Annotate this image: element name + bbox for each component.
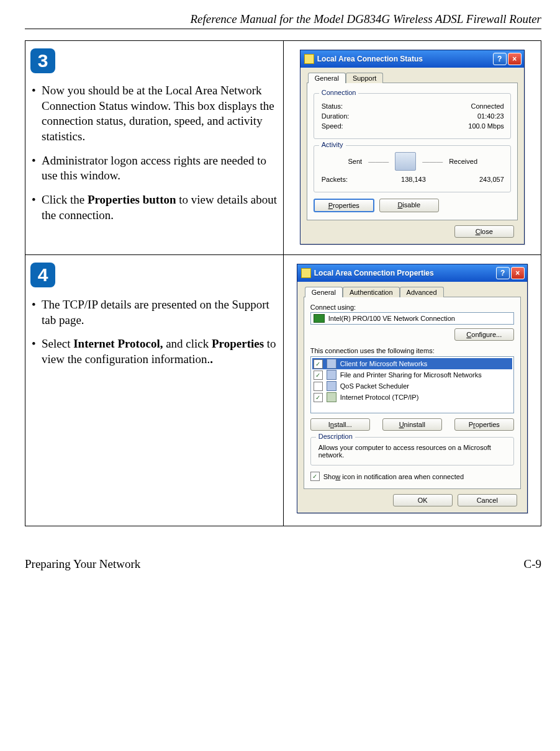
help-icon[interactable]: ?: [496, 267, 510, 279]
description-text: Allows your computer to access resources…: [318, 444, 507, 459]
tab-authentication[interactable]: Authentication: [343, 287, 400, 297]
list-item[interactable]: ✓ Client for Microsoft Networks: [312, 358, 512, 369]
cancel-button[interactable]: Cancel: [458, 494, 517, 506]
packets-label: Packets:: [322, 176, 348, 183]
step3-bullet-1: Now you should be at the Local Area Netw…: [30, 83, 278, 145]
list-item[interactable]: ✓ File and Printer Sharing for Microsoft…: [312, 369, 512, 380]
description-group: Description Allows your computer to acce…: [310, 437, 514, 465]
list-item-label: File and Printer Sharing for Microsoft N…: [340, 371, 482, 379]
components-list[interactable]: ✓ Client for Microsoft Networks ✓ File a…: [310, 356, 514, 413]
sent-label: Sent: [348, 158, 363, 165]
step4-screenshot-cell: Local Area Connection Properties ? × Gen…: [283, 255, 541, 526]
show-icon-checkbox[interactable]: ✓: [310, 472, 320, 481]
step3-badge: 3: [30, 48, 55, 73]
packets-received-value: 243,057: [479, 176, 504, 183]
step3-bullet-2: Administrator logon access rights are ne…: [30, 153, 278, 184]
duration-label: Duration:: [322, 112, 350, 120]
tab-general[interactable]: General: [308, 73, 346, 83]
client-icon: [327, 359, 336, 369]
connection-group-label: Connection: [319, 89, 359, 96]
tab-general[interactable]: General: [305, 287, 343, 297]
step3-screenshot-cell: Local Area Connection Status ? × General…: [283, 41, 541, 255]
list-item-label: Internet Protocol (TCP/IP): [340, 393, 419, 401]
footer-left: Preparing Your Network: [25, 557, 140, 571]
adapter-field: Intel(R) PRO/100 VE Network Connection: [310, 312, 514, 325]
uninstall-button[interactable]: Uninstall: [382, 418, 442, 431]
duration-value: 01:40:23: [477, 112, 504, 120]
tab-support[interactable]: Support: [346, 73, 384, 83]
activity-group: Activity Sent ——— ——— Received Packets:: [314, 145, 511, 192]
service-icon: [327, 381, 336, 391]
close-button[interactable]: Close: [454, 225, 514, 238]
items-label: This connection uses the following items…: [310, 347, 514, 354]
adapter-name: Intel(R) PRO/100 VE Network Connection: [328, 315, 455, 322]
properties-button[interactable]: Properties: [314, 199, 374, 212]
activity-icon: [395, 152, 416, 171]
checkbox-icon[interactable]: ✓: [314, 393, 323, 402]
speed-value: 100.0 Mbps: [468, 122, 504, 130]
description-group-label: Description: [316, 433, 355, 440]
properties-window: Local Area Connection Properties ? × Gen…: [297, 264, 528, 513]
step4-badge: 4: [30, 263, 55, 287]
help-icon[interactable]: ?: [493, 53, 507, 65]
status-value: Connected: [471, 102, 504, 110]
received-label: Received: [449, 158, 477, 165]
close-icon[interactable]: ×: [511, 267, 525, 279]
page-header: Reference Manual for the Model DG834G Wi…: [25, 12, 541, 26]
step4-bullet-1: The TCP/IP details are presented on the …: [30, 297, 278, 328]
status-titlebar[interactable]: Local Area Connection Status ? ×: [300, 50, 524, 68]
list-item[interactable]: QoS Packet Scheduler: [312, 380, 512, 392]
disable-button[interactable]: Disable: [379, 199, 439, 212]
connection-group: Connection Status:Connected Duration:01:…: [314, 93, 511, 139]
ok-button[interactable]: OK: [393, 494, 453, 506]
step3-text-cell: 3 Now you should be at the Local Area Ne…: [25, 41, 284, 255]
network-icon: [301, 268, 311, 278]
status-window: Local Area Connection Status ? × General…: [300, 50, 525, 245]
connect-using-label: Connect using:: [310, 304, 514, 311]
header-rule: [25, 29, 541, 29]
list-item-label: Client for Microsoft Networks: [340, 360, 428, 367]
install-button[interactable]: Install...: [310, 418, 370, 431]
tab-advanced[interactable]: Advanced: [400, 287, 444, 297]
checkbox-icon[interactable]: ✓: [314, 371, 323, 380]
status-label: Status:: [322, 102, 343, 110]
list-item-label: QoS Packet Scheduler: [340, 382, 409, 390]
checkbox-icon[interactable]: [314, 382, 323, 391]
packets-sent-value: 138,143: [348, 176, 479, 183]
item-properties-button[interactable]: Properties: [454, 418, 514, 431]
steps-table: 3 Now you should be at the Local Area Ne…: [25, 40, 541, 526]
service-icon: [327, 370, 336, 380]
list-item[interactable]: ✓ Internet Protocol (TCP/IP): [312, 392, 512, 403]
properties-window-title: Local Area Connection Properties: [314, 269, 496, 277]
step4-text-cell: 4 The TCP/IP details are presented on th…: [25, 255, 284, 526]
status-window-title: Local Area Connection Status: [317, 55, 493, 63]
network-icon: [304, 54, 314, 64]
step3-bullet-3: Click the Properties button to view deta…: [30, 192, 278, 223]
properties-titlebar[interactable]: Local Area Connection Properties ? ×: [297, 264, 527, 282]
close-icon[interactable]: ×: [508, 53, 522, 65]
protocol-icon: [327, 392, 336, 402]
configure-button[interactable]: Configure...: [454, 328, 514, 341]
footer-right: C-9: [524, 557, 542, 571]
step4-bullet-2: Select Internet Protocol, and click Prop…: [30, 336, 278, 367]
speed-label: Speed:: [322, 122, 343, 130]
checkbox-icon[interactable]: ✓: [314, 359, 323, 369]
show-icon-label: Show icon in notification area when conn…: [323, 473, 464, 480]
nic-icon: [314, 314, 325, 323]
activity-group-label: Activity: [319, 141, 346, 148]
